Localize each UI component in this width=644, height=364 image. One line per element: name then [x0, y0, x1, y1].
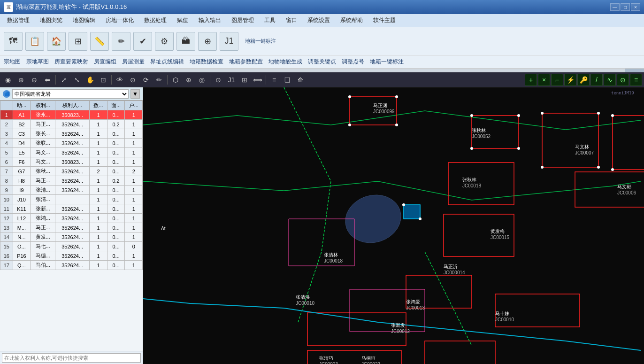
toolbar2-btn-14[interactable]: ◎ — [196, 74, 208, 86]
row-cell-3: 352624... — [55, 167, 90, 176]
menu-item-7[interactable]: 图层管理 — [226, 15, 259, 26]
menu-item-5[interactable]: 赋值 — [172, 15, 193, 26]
toolbar-label-9[interactable]: 调整关键点 — [308, 58, 336, 66]
toolbar-label-1[interactable]: 宗地草图 — [26, 58, 49, 66]
table-row[interactable]: 7G7张秋...352624...20...2 — [0, 167, 143, 176]
tool-btn-地籍参数配置[interactable]: ⚙ — [155, 32, 174, 51]
row-cell-6: 1 — [125, 195, 143, 204]
table-row[interactable]: 2B2马正...352624...10.21 — [0, 120, 143, 129]
menu-item-0[interactable]: 数据管理 — [2, 15, 35, 26]
toolbar2-btn-5[interactable]: ⤡ — [71, 74, 83, 86]
menu-item-2[interactable]: 地图编辑 — [68, 15, 100, 26]
panel-expand-btn[interactable]: ▼ — [130, 89, 140, 99]
tool-btn-房查要素映射[interactable]: 🏠 — [47, 32, 66, 51]
toolbar2-btn-3[interactable]: ⬅ — [41, 74, 54, 86]
table-row[interactable]: 13M...马正...352624...10...1 — [0, 223, 143, 232]
toolbar2-btn-6[interactable]: ✋ — [84, 74, 96, 86]
menu-item-10[interactable]: 系统设置 — [302, 15, 335, 26]
menu-item-6[interactable]: 输入输出 — [193, 15, 226, 26]
toolbar2-btn-21[interactable]: ⟰ — [294, 74, 307, 86]
toolbar2-right-btn-8[interactable]: ≡ — [630, 74, 642, 86]
tool-btn-地籍数据检查[interactable]: ✔ — [133, 32, 152, 51]
toolbar-label-2[interactable]: 房查要素映射 — [54, 58, 88, 66]
table-row[interactable]: 9I9张清...352624...10...1 — [0, 186, 143, 195]
toolbar-label-11[interactable]: 地籍一键标注 — [370, 58, 404, 66]
toolbar2-btn-0[interactable]: ◉ — [2, 74, 14, 86]
toolbar2-btn-17[interactable]: ⊞ — [238, 74, 251, 86]
tool-btn-宗地草图[interactable]: 📋 — [25, 32, 44, 51]
toolbar-label-0[interactable]: 宗地图 — [4, 58, 21, 66]
table-row[interactable]: 17Q...马伯...352624...10...1 — [0, 261, 143, 270]
tool-btn-宗地图[interactable]: 🗺 — [4, 32, 23, 51]
toolbar2-btn-11[interactable]: ✏ — [153, 74, 165, 86]
toolbar2-btn-9[interactable]: ⊙ — [127, 74, 139, 86]
menu-item-8[interactable]: 工具 — [259, 15, 281, 26]
tool-btn-界址点线编辑[interactable]: ✏ — [112, 32, 130, 51]
toolbar2-btn-15[interactable]: ⊙ — [212, 74, 224, 86]
menu-item-9[interactable]: 窗口 — [281, 15, 302, 26]
map-area[interactable] — [143, 87, 644, 364]
table-row[interactable]: 10J10张清...10...1 — [0, 195, 143, 204]
minimize-button[interactable]: — — [610, 3, 620, 11]
search-input[interactable] — [2, 353, 141, 363]
row-cell-1: A1 — [13, 110, 31, 120]
toolbar2-btn-18[interactable]: ⟺ — [252, 74, 264, 86]
toolbar2-btn-10[interactable]: ⟳ — [140, 74, 152, 86]
extra-label[interactable]: 地籍一键标注 — [245, 38, 276, 45]
toolbar-label-5[interactable]: 界址点线编辑 — [150, 58, 184, 66]
toolbar-label-7[interactable]: 地籍参数配置 — [229, 58, 263, 66]
menu-item-11[interactable]: 系统帮助 — [335, 15, 368, 26]
menu-item-1[interactable]: 地图浏览 — [35, 15, 68, 26]
toolbar-label-8[interactable]: 地物地貌生成 — [268, 58, 302, 66]
toolbar-scroll[interactable] — [0, 69, 644, 72]
toolbar2-btn-2[interactable]: ⊖ — [28, 74, 40, 86]
toolbar-label-3[interactable]: 房查编组 — [94, 58, 116, 66]
toolbar2-right-btn-4[interactable]: 🔑 — [577, 74, 590, 86]
table-row[interactable]: 3C3张长...352624...10...1 — [0, 129, 143, 139]
tool-btn-房查编组[interactable]: ⊞ — [69, 32, 87, 51]
menu-item-4[interactable]: 数据处理 — [139, 15, 172, 26]
row-cell-1: Q... — [13, 261, 31, 270]
row-cell-2: 张清... — [31, 195, 55, 204]
toolbar-label-4[interactable]: 房屋测量 — [122, 58, 145, 66]
table-row[interactable]: 5E5马文...352624...10...1 — [0, 148, 143, 157]
table-row[interactable]: 8H8马正...352624...10.21 — [0, 176, 143, 186]
toolbar2-btn-8[interactable]: 👁 — [114, 74, 126, 86]
toolbar-label-10[interactable]: 调整点号 — [342, 58, 364, 66]
tool-btn-调整关键点[interactable]: ⊕ — [198, 32, 217, 51]
table-row[interactable]: 14N...黄发...352624...10...1 — [0, 232, 143, 242]
toolbar2-btn-19[interactable]: ≡ — [268, 74, 280, 86]
toolbar2-right-btn-2[interactable]: ⌐ — [551, 74, 563, 86]
menu-item-3[interactable]: 房地一体化 — [100, 15, 139, 26]
toolbar-label-6[interactable]: 地籍数据检查 — [190, 58, 223, 66]
toolbar2-right-btn-5[interactable]: / — [590, 74, 603, 86]
toolbar2-btn-1[interactable]: ⊕ — [15, 74, 27, 86]
toolbar2-right-btn-0[interactable]: + — [525, 74, 537, 86]
toolbar2-btn-4[interactable]: ⤢ — [58, 74, 70, 86]
table-row[interactable]: 12L12张鸿...352624...10...1 — [0, 214, 143, 223]
region-select[interactable]: 中国福建省龙岩 — [12, 89, 129, 99]
row-index: 17 — [0, 261, 13, 270]
table-row[interactable]: 11K11张新...352624...10...1 — [0, 204, 143, 214]
menu-item-12[interactable]: 软件主题 — [368, 15, 401, 26]
row-cell-2: 马德... — [31, 251, 55, 261]
table-row[interactable]: 4D4张联...352624...10...1 — [0, 139, 143, 148]
toolbar2-btn-20[interactable]: ❏ — [281, 74, 293, 86]
toolbar2-right-btn-3[interactable]: ⚡ — [564, 74, 576, 86]
table-row[interactable]: 1A1张永...350823...10...1 — [0, 110, 143, 120]
toolbar2-right-btn-1[interactable]: × — [538, 74, 550, 86]
tool-btn-地物地貌生成[interactable]: 🏔 — [176, 32, 195, 51]
toolbar2-right-btn-7[interactable]: ⊙ — [617, 74, 629, 86]
toolbar2-btn-12[interactable]: ⬡ — [169, 74, 182, 86]
close-button[interactable]: × — [631, 3, 640, 11]
table-row[interactable]: 6F6马文...350823...10...1 — [0, 157, 143, 167]
toolbar2-btn-13[interactable]: ⊕ — [183, 74, 195, 86]
tool-btn-调整点号[interactable]: J1 — [220, 32, 238, 51]
toolbar2-btn-16[interactable]: J1 — [225, 74, 238, 86]
toolbar2-btn-7[interactable]: ⊡ — [97, 74, 109, 86]
maximize-button[interactable]: □ — [621, 3, 630, 11]
toolbar2-right-btn-6[interactable]: ∿ — [604, 74, 616, 86]
table-row[interactable]: 15O...马七...352624...10...0 — [0, 242, 143, 251]
table-row[interactable]: 16P16马德...352624...10...1 — [0, 251, 143, 261]
tool-btn-房屋测量[interactable]: 📏 — [90, 32, 109, 51]
